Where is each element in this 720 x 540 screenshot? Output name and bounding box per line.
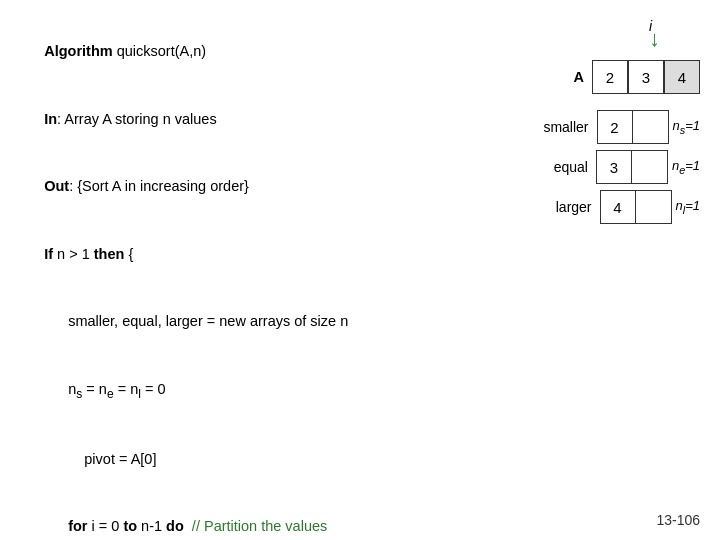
line-pivot: pivot = A[0]	[20, 426, 480, 493]
smaller-decl-text: smaller, equal, larger = new arrays of s…	[68, 313, 348, 329]
in-rest: : Array A storing n values	[57, 111, 217, 127]
larger-label: larger	[537, 199, 592, 215]
keyword-algorithm: Algorithm	[44, 43, 112, 59]
keyword-do1: do	[166, 518, 184, 534]
page-number: 13-106	[656, 512, 700, 528]
keyword-for1: for	[68, 518, 87, 534]
keyword-to1: to	[123, 518, 137, 534]
equal-cell-0: 3	[596, 150, 632, 184]
cell-2-value: 4	[678, 69, 686, 86]
main-container: Algorithm quicksort(A,n) In: Array A sto…	[0, 0, 720, 540]
for1-comment: // Partition the values	[184, 518, 327, 534]
line-for1: for i = 0 to n-1 do // Partition the val…	[20, 493, 480, 540]
equal-cells: 3	[596, 150, 668, 184]
out-rest: : {Sort A in increasing order}	[69, 178, 249, 194]
cell-0: 2	[592, 60, 628, 94]
ns-text: ns = ne = nl = 0	[68, 381, 165, 397]
arrow-section: i ↓	[570, 18, 690, 58]
for1-rest1: i = 0	[88, 518, 124, 534]
keyword-then: then	[94, 246, 125, 262]
pivot-text: pivot = A[0]	[68, 451, 156, 467]
algorithm-rest: quicksort(A,n)	[113, 43, 206, 59]
keyword-out: Out	[44, 178, 69, 194]
cell-2: 4	[664, 60, 700, 94]
smaller-cell-0-val: 2	[610, 119, 618, 136]
equal-n-label: ne=1	[672, 158, 700, 176]
larger-row: larger 4 nl=1	[490, 190, 700, 224]
line-in: In: Array A storing n values	[20, 85, 480, 152]
cell-1-value: 3	[642, 69, 650, 86]
cell-0-value: 2	[606, 69, 614, 86]
equal-cell-1	[632, 150, 668, 184]
larger-cell-0: 4	[600, 190, 636, 224]
array-a-row: A 2 3 4	[574, 60, 700, 94]
right-section: i ↓ A 2 3 4 smaller 2 ns=1 equal	[480, 18, 700, 530]
line-if: If n > 1 then {	[20, 220, 480, 287]
sub-arrays: smaller 2 ns=1 equal 3 ne=1 larger	[490, 110, 700, 224]
down-arrow-icon: ↓	[649, 28, 660, 50]
larger-cell-0-val: 4	[613, 199, 621, 216]
equal-label: equal	[533, 159, 588, 175]
smaller-row: smaller 2 ns=1	[490, 110, 700, 144]
smaller-label: smaller	[534, 119, 589, 135]
cell-1: 3	[628, 60, 664, 94]
for1-rest2: n-1	[137, 518, 166, 534]
array-a-label: A	[574, 69, 584, 85]
larger-cells: 4	[600, 190, 672, 224]
line-algorithm: Algorithm quicksort(A,n)	[20, 18, 480, 85]
equal-cell-0-val: 3	[610, 159, 618, 176]
keyword-in: In	[44, 111, 57, 127]
larger-n-label: nl=1	[676, 198, 700, 216]
smaller-cell-0: 2	[597, 110, 633, 144]
keyword-if: If	[44, 246, 53, 262]
line-ns: ns = ne = nl = 0	[20, 355, 480, 426]
code-section: Algorithm quicksort(A,n) In: Array A sto…	[20, 18, 480, 530]
larger-cell-1	[636, 190, 672, 224]
smaller-cell-1	[633, 110, 669, 144]
smaller-cells: 2	[597, 110, 669, 144]
then-rest: {	[124, 246, 133, 262]
line-smaller-decl: smaller, equal, larger = new arrays of s…	[20, 288, 480, 355]
if-rest1: n > 1	[53, 246, 94, 262]
smaller-n-label: ns=1	[673, 118, 700, 136]
equal-row: equal 3 ne=1	[490, 150, 700, 184]
line-out: Out: {Sort A in increasing order}	[20, 153, 480, 220]
